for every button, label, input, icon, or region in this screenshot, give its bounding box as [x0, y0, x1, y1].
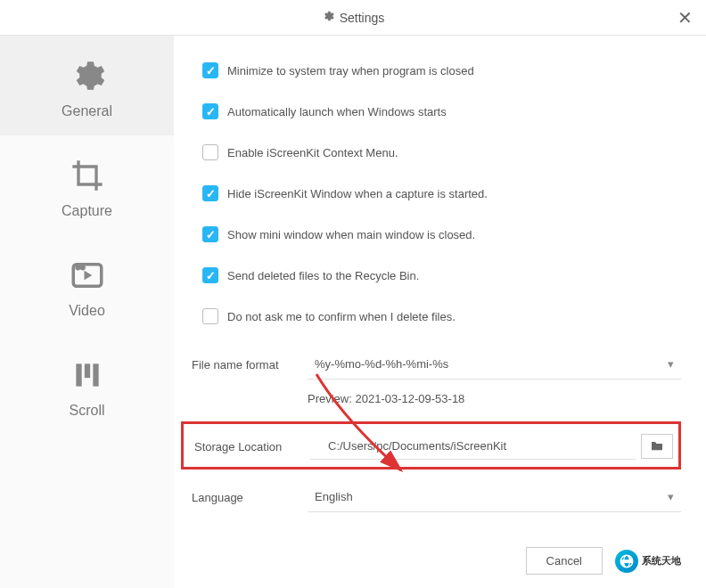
watermark-text: 系统天地	[642, 556, 681, 566]
main: General Capture Video Scroll Minimize to…	[0, 36, 706, 588]
file-format-select[interactable]: %y-%mo-%d-%h-%mi-%s ▾	[308, 349, 681, 380]
svg-rect-5	[93, 363, 98, 386]
chevron-down-icon: ▾	[668, 357, 674, 371]
checkbox-label: Do not ask me to confirm when I delete f…	[227, 310, 456, 323]
video-icon	[65, 253, 110, 298]
sidebar-item-general[interactable]: General	[0, 36, 174, 135]
preview-label: Preview:	[308, 392, 352, 405]
folder-icon	[650, 439, 664, 454]
checkbox[interactable]	[202, 185, 218, 201]
scroll-icon	[65, 353, 110, 397]
storage-label: Storage Location	[194, 440, 310, 453]
cancel-button[interactable]: Cancel	[526, 547, 603, 575]
checkbox-label: Automatically launch when Windows starts	[227, 105, 447, 118]
checkbox[interactable]	[202, 62, 218, 78]
file-format-value: %y-%mo-%d-%h-%mi-%s	[315, 357, 448, 371]
highlight-annotation: Storage Location C:/Users/pc/Documents/i…	[181, 421, 681, 470]
svg-rect-3	[76, 363, 81, 386]
close-button[interactable]: ✕	[677, 7, 693, 29]
svg-point-2	[81, 266, 84, 269]
setting-mini-window: Show mini window when main window is clo…	[202, 226, 681, 242]
browse-button[interactable]	[641, 434, 673, 459]
checkbox-label: Hide iScreenKit Window when a capture is…	[227, 187, 488, 200]
preview-value: 2021-03-12-09-53-18	[355, 392, 464, 405]
storage-path-input[interactable]: C:/Users/pc/Documents/iScreenKit	[310, 433, 636, 460]
checkbox-label: Enable iScreenKit Context Menu.	[227, 146, 398, 159]
storage-location-row: Storage Location C:/Users/pc/Documents/i…	[194, 433, 673, 460]
checkbox-label: Show mini window when main window is clo…	[227, 228, 475, 241]
chevron-down-icon: ▾	[668, 490, 674, 503]
gear-icon	[65, 53, 110, 98]
file-format-label: File name format	[192, 358, 308, 372]
language-label: Language	[192, 491, 308, 504]
setting-recycle-bin: Send deleted files to the Recycle Bin.	[202, 267, 681, 283]
sidebar-item-capture[interactable]: Capture	[0, 135, 174, 235]
svg-point-1	[77, 266, 79, 269]
sidebar-item-video[interactable]: Video	[0, 235, 174, 335]
crop-icon	[65, 153, 110, 198]
footer: Cancel 系统天地	[526, 547, 681, 575]
setting-minimize-tray: Minimize to system tray when program is …	[202, 62, 681, 78]
setting-context-menu: Enable iScreenKit Context Menu.	[202, 144, 681, 160]
sidebar-item-scroll[interactable]: Scroll	[0, 335, 174, 435]
file-format-row: File name format %y-%mo-%d-%h-%mi-%s ▾	[192, 349, 681, 380]
watermark-cn: 系统天地	[642, 556, 681, 566]
checkbox[interactable]	[202, 308, 218, 324]
gear-icon	[322, 10, 334, 25]
sidebar-item-label: Capture	[62, 203, 112, 219]
checkbox-label: Minimize to system tray when program is …	[227, 64, 474, 78]
globe-icon	[615, 550, 638, 573]
language-value: English	[315, 490, 353, 503]
header: Settings ✕	[0, 0, 706, 36]
content-panel: Minimize to system tray when program is …	[174, 36, 706, 588]
checkbox[interactable]	[202, 226, 218, 242]
storage-path-value: C:/Users/pc/Documents/iScreenKit	[328, 439, 506, 453]
watermark: 系统天地	[615, 550, 681, 573]
checkbox[interactable]	[202, 103, 218, 119]
setting-no-confirm: Do not ask me to confirm when I delete f…	[202, 308, 681, 324]
sidebar-item-label: Scroll	[69, 403, 104, 419]
setting-hide-window: Hide iScreenKit Window when a capture is…	[202, 185, 681, 201]
language-row: Language English ▾	[192, 482, 681, 512]
language-select[interactable]: English ▾	[308, 482, 681, 512]
sidebar-item-label: Video	[69, 303, 105, 319]
setting-auto-launch: Automatically launch when Windows starts	[202, 103, 681, 119]
preview-row: Preview: 2021-03-12-09-53-18	[308, 392, 681, 405]
header-title-text: Settings	[340, 11, 385, 25]
checkbox[interactable]	[202, 267, 218, 283]
checkbox[interactable]	[202, 144, 218, 160]
header-title: Settings	[322, 10, 385, 25]
sidebar-item-label: General	[62, 103, 112, 119]
svg-rect-4	[84, 363, 89, 378]
checkbox-label: Send deleted files to the Recycle Bin.	[227, 269, 419, 282]
sidebar: General Capture Video Scroll	[0, 36, 174, 588]
